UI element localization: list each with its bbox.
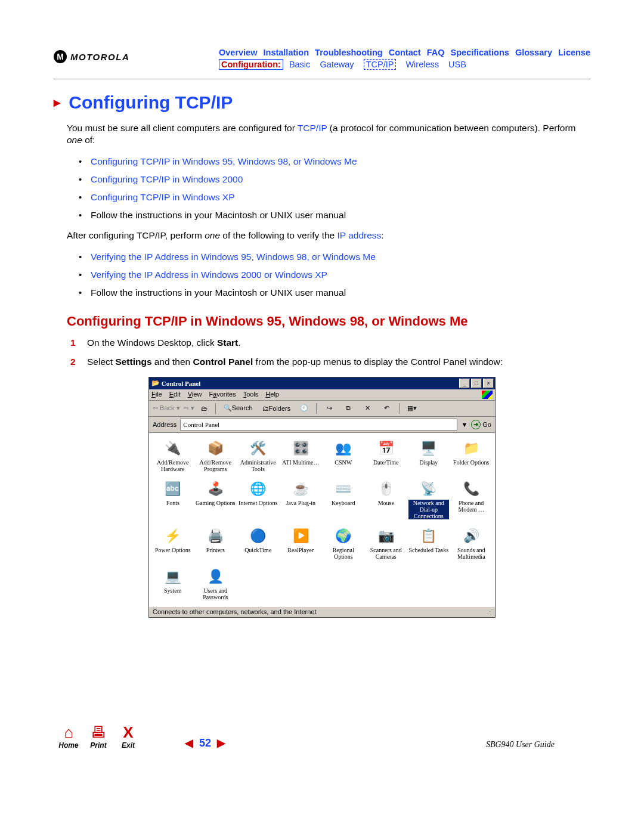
header-rule (54, 79, 590, 79)
nav-installation[interactable]: Installation (264, 48, 309, 57)
addr-dropdown[interactable]: ▼ (461, 421, 467, 428)
cp-icon[interactable]: 🖱️Mouse (365, 478, 408, 523)
guide-title: SBG940 User Guide (486, 740, 555, 750)
cp-icon[interactable]: 📞Phone and Modem … (450, 478, 493, 523)
bullet-item[interactable]: Configuring TCP/IP in Windows 2000 (73, 174, 590, 185)
bullet-item[interactable]: Configuring TCP/IP in Windows 95, Window… (73, 156, 590, 167)
cp-icon[interactable]: 📅Date/Time (365, 438, 408, 476)
cp-icon[interactable]: ⌨️Keyboard (322, 478, 365, 523)
footer-print[interactable]: 🖶 Print (83, 724, 113, 750)
menu-view[interactable]: View (188, 391, 202, 399)
menu-help[interactable]: Help (265, 391, 279, 399)
cp-icon-glyph: 👤 (206, 567, 225, 586)
cp-icon[interactable]: 📁Folder Options (450, 438, 493, 476)
resize-grip-icon[interactable]: ⋰ (487, 608, 491, 616)
close-button[interactable]: × (483, 379, 494, 388)
link-tcpip[interactable]: TCP/IP (298, 123, 327, 133)
cp-icon[interactable]: 🔊Sounds and Multimedia (450, 525, 493, 563)
bullet-item[interactable]: Verifying the IP Address in Windows 2000… (73, 270, 590, 280)
nav-contact[interactable]: Contact (389, 48, 421, 57)
bullet-link[interactable]: Configuring TCP/IP in Windows 2000 (91, 174, 243, 184)
cp-icon[interactable]: 🎛️ATI Multime… (280, 438, 323, 476)
tool-search[interactable]: 🔍Search (221, 403, 256, 413)
cp-icon[interactable]: ⚡Power Options (151, 525, 194, 563)
nav-overview[interactable]: Overview (219, 48, 258, 57)
cp-icon[interactable]: 📡Network and Dial-up Connections (407, 478, 450, 523)
footer-exit[interactable]: X Exit (113, 724, 143, 750)
cp-icon[interactable]: 📷Scanners and Cameras (365, 525, 408, 563)
tool-move[interactable]: ↪ (321, 402, 337, 414)
nav-sub-basic[interactable]: Basic (289, 60, 310, 69)
cp-icon-label: System (153, 587, 193, 594)
cp-icon[interactable]: 👥CSNW (322, 438, 365, 476)
cp-icon-glyph: 💻 (163, 567, 182, 586)
cp-icon-glyph: 📦 (206, 439, 225, 458)
cp-icon-glyph: ☕ (291, 479, 310, 498)
nav-glossary[interactable]: Glossary (515, 48, 552, 57)
page-next[interactable]: ▶ (217, 736, 225, 750)
menu-favorites[interactable]: Favorites (209, 391, 236, 399)
cp-icon[interactable]: 🛠️Administrative Tools (237, 438, 280, 476)
tool-folders[interactable]: 🗂Folders (259, 404, 294, 413)
nav-sub-tcpip[interactable]: TCP/IP (364, 59, 397, 70)
cp-icon[interactable]: 🔌Add/Remove Hardware (151, 438, 194, 476)
bullet-link[interactable]: Configuring TCP/IP in Windows 95, Window… (91, 156, 357, 166)
cp-icon[interactable]: ☕Java Plug-in (280, 478, 323, 523)
cp-icon[interactable]: ▶️RealPlayer (280, 525, 323, 563)
nav-specifications[interactable]: Specifications (451, 48, 509, 57)
cp-icon[interactable]: 🖥️Display (407, 438, 450, 476)
home-icon: ⌂ (54, 724, 83, 740)
maximize-button[interactable]: □ (471, 379, 482, 388)
cp-status-text: Connects to other computers, networks, a… (153, 608, 317, 616)
tool-copy[interactable]: ⧉ (340, 402, 356, 414)
nav-sub-usb[interactable]: USB (448, 60, 466, 69)
link-ip-address[interactable]: IP address (337, 230, 381, 240)
cp-icon[interactable]: 📋Scheduled Tasks (407, 525, 450, 563)
tool-views[interactable]: ▦▾ (404, 402, 420, 414)
cp-icon[interactable]: 🌐Internet Options (237, 478, 280, 523)
bullet-link[interactable]: Verifying the IP Address in Windows 2000… (91, 270, 327, 280)
tool-undo[interactable]: ↶ (379, 402, 394, 414)
menu-file[interactable]: File (151, 391, 162, 399)
cp-icon[interactable]: 💻System (151, 566, 194, 604)
page-prev[interactable]: ◀ (185, 736, 193, 750)
cp-icon-label: Power Options (153, 547, 193, 553)
cp-icon-label: Date/Time (366, 459, 407, 466)
tool-forward[interactable]: ⇨ ▾ (184, 404, 194, 412)
bullet-item[interactable]: Configuring TCP/IP in Windows XP (73, 192, 590, 203)
cp-icon[interactable]: 📦Add/Remove Programs (194, 438, 237, 476)
menu-edit[interactable]: Edit (169, 391, 181, 399)
cp-icon-label: Keyboard (323, 500, 364, 506)
cp-icon-glyph: ⌨️ (334, 479, 353, 498)
bullet-item[interactable]: Verifying the IP Address in Windows 95, … (73, 252, 590, 262)
cp-icon-label: RealPlayer (281, 547, 321, 553)
cp-icon-label: Printers (196, 547, 236, 553)
cp-icon[interactable]: 🖨️Printers (194, 525, 237, 563)
tool-delete[interactable]: ✕ (360, 402, 375, 414)
nav-faq[interactable]: FAQ (427, 48, 445, 57)
bullet-link[interactable]: Configuring TCP/IP in Windows XP (91, 192, 235, 202)
cp-icon[interactable]: 🔤Fonts (151, 478, 194, 523)
page-title-text: Configuring TCP/IP (69, 92, 233, 112)
bullet-link[interactable]: Verifying the IP Address in Windows 95, … (91, 252, 376, 262)
cp-icon[interactable]: 👤Users and Passwords (194, 566, 237, 604)
tool-up[interactable]: 🗁 (198, 404, 210, 413)
nav-troubleshooting[interactable]: Troubleshooting (315, 48, 383, 57)
menu-tools[interactable]: Tools (243, 391, 259, 399)
addr-go[interactable]: ➜Go (471, 420, 491, 429)
addr-label: Address (153, 421, 177, 428)
cp-icon[interactable]: 🔵QuickTime (237, 525, 280, 563)
bullet-item: Follow the instructions in your Macintos… (73, 287, 590, 298)
footer-home[interactable]: ⌂ Home (54, 724, 83, 750)
nav-sub-gateway[interactable]: Gateway (320, 60, 354, 69)
cp-icon-label: Phone and Modem … (451, 500, 492, 513)
nav-sub-wireless[interactable]: Wireless (405, 60, 439, 69)
nav-license[interactable]: License (558, 48, 590, 57)
tool-back[interactable]: ⇦ Back ▾ (153, 404, 180, 412)
cp-icon[interactable]: 🕹️Gaming Options (194, 478, 237, 523)
addr-input[interactable] (180, 419, 457, 431)
tool-history[interactable]: 🕘 (297, 403, 311, 413)
cp-icon-label: CSNW (323, 459, 364, 466)
minimize-button[interactable]: _ (459, 379, 470, 388)
cp-icon[interactable]: 🌍Regional Options (322, 525, 365, 563)
